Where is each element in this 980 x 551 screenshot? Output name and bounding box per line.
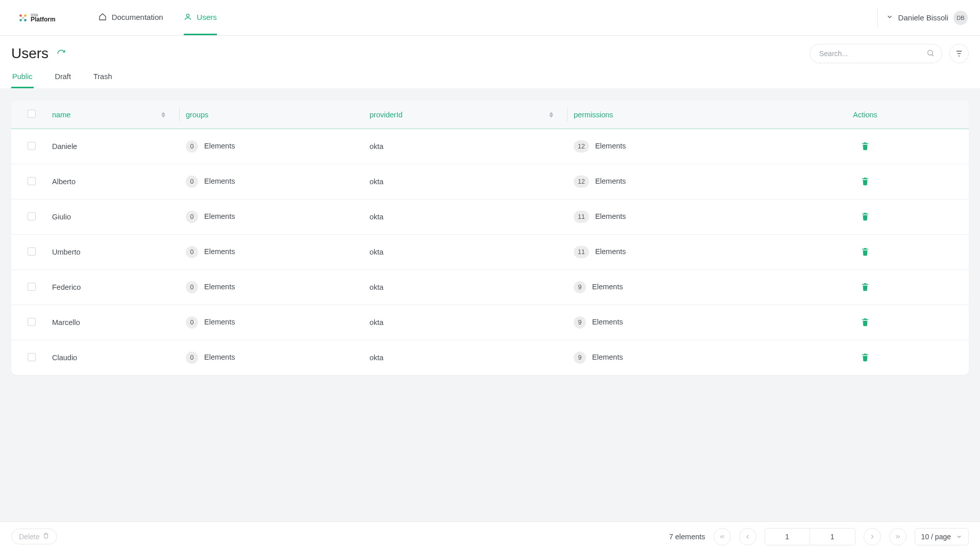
trash-icon [861,282,870,293]
permissions-count-badge: 9 [574,352,586,364]
cell-groups: 0Elements [180,270,363,305]
pager-last[interactable] [889,528,906,545]
brand-logo[interactable]: mia Platform [18,13,56,22]
permissions-count-badge: 12 [574,176,589,188]
avatar: DB [953,11,968,25]
groups-count-badge: 0 [186,316,198,329]
tab-draft[interactable]: Draft [54,72,72,88]
cell-providerid: okta [363,270,568,305]
col-providerid[interactable]: providerId [363,101,568,129]
row-checkbox[interactable] [28,142,36,150]
cell-name: Marcello [52,305,180,340]
col-actions-label: Actions [853,111,877,119]
user-menu[interactable]: Daniele Bissoli DB [886,11,968,25]
col-actions: Actions [762,101,969,129]
cell-groups: 0Elements [180,235,363,270]
permissions-count-badge: 11 [574,246,589,258]
trash-icon [861,141,870,152]
sort-icon [549,112,553,118]
groups-count-badge: 0 [186,352,198,364]
chevrons-left-icon [719,533,726,540]
col-groups[interactable]: groups [180,101,363,129]
table-row[interactable]: Claudio0Elementsokta9Elements [11,340,969,375]
page-current[interactable]: 1 [765,529,810,545]
row-delete-button[interactable] [861,317,870,328]
row-delete-button[interactable] [861,282,870,293]
title-bar: Users Public Draft Trash [0,36,980,88]
row-checkbox[interactable] [28,212,36,220]
chevron-down-icon [886,13,893,22]
row-checkbox[interactable] [28,177,36,185]
cell-groups: 0Elements [180,164,363,199]
nav-users[interactable]: Users [184,0,217,35]
cell-name: Giulio [52,199,180,235]
permissions-count-badge: 12 [574,140,589,153]
row-delete-button[interactable] [861,247,870,258]
permissions-label: Elements [595,142,626,150]
groups-label: Elements [204,212,235,220]
cell-permissions: 11Elements [568,199,762,235]
filter-icon [955,49,963,58]
logo-icon [18,13,28,22]
chevron-down-icon [956,534,962,540]
trash-icon [42,532,50,541]
pager-next[interactable] [864,528,881,545]
user-icon [184,13,192,21]
row-delete-button[interactable] [861,177,870,187]
nav-documentation-label: Documentation [112,13,163,21]
footer-bar: Delete 7 elements 1 1 10 / page [0,521,980,551]
table-row[interactable]: Marcello0Elementsokta9Elements [11,305,969,340]
row-delete-button[interactable] [861,141,870,152]
col-groups-label: groups [186,111,208,119]
per-page-label: 10 / page [921,533,951,541]
select-all-checkbox[interactable] [28,110,36,118]
col-name[interactable]: name [52,101,180,129]
search-icon [926,49,935,59]
nav-divider [877,8,878,28]
filter-button[interactable] [949,44,969,63]
cell-providerid: okta [363,305,568,340]
groups-label: Elements [204,142,235,150]
pager-first[interactable] [714,528,731,545]
permissions-count-badge: 9 [574,316,586,329]
cell-providerid: okta [363,199,568,235]
nav-documentation[interactable]: Documentation [99,0,163,35]
col-permissions[interactable]: permissions [568,101,762,129]
cell-name: Daniele [52,129,180,164]
search-input[interactable] [810,44,942,63]
row-delete-button[interactable] [861,353,870,363]
table-row[interactable]: Federico0Elementsokta9Elements [11,270,969,305]
sort-icon [161,112,165,118]
page-indicator: 1 1 [765,528,855,545]
cell-providerid: okta [363,129,568,164]
cell-permissions: 12Elements [568,129,762,164]
permissions-label: Elements [595,177,626,185]
pager-prev[interactable] [739,528,756,545]
logo-text: mia Platform [31,13,56,22]
table-row[interactable]: Daniele0Elementsokta12Elements [11,129,969,164]
per-page-select[interactable]: 10 / page [915,528,969,545]
refresh-button[interactable] [57,49,66,58]
delete-button[interactable]: Delete [11,529,57,544]
cell-permissions: 9Elements [568,340,762,375]
trash-icon [861,247,870,258]
trash-icon [861,353,870,363]
permissions-label: Elements [592,353,623,361]
permissions-label: Elements [592,318,623,326]
delete-label: Delete [19,533,39,541]
row-delete-button[interactable] [861,212,870,222]
row-checkbox[interactable] [28,247,36,256]
page-title: Users [11,45,48,62]
row-checkbox[interactable] [28,283,36,291]
main-area: name groups providerId [0,88,980,522]
tab-public[interactable]: Public [11,72,34,88]
row-checkbox[interactable] [28,353,36,361]
tab-trash[interactable]: Trash [92,72,113,88]
table-row[interactable]: Giulio0Elementsokta11Elements [11,199,969,235]
table-row[interactable]: Alberto0Elementsokta12Elements [11,164,969,199]
groups-label: Elements [204,318,235,326]
groups-label: Elements [204,247,235,256]
row-checkbox[interactable] [28,318,36,326]
table-row[interactable]: Umberto0Elementsokta11Elements [11,235,969,270]
col-name-label: name [52,111,70,119]
